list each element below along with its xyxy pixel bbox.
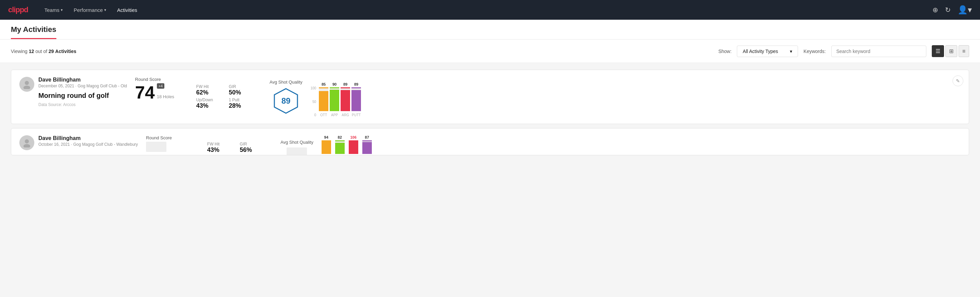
player-info-1: Dave Billingham December 05, 2021 · Gog … xyxy=(38,77,127,107)
activities-list: ✎ Dave Billingham December 05, 2021 · Go… xyxy=(0,63,980,162)
svg-point-3 xyxy=(25,139,29,144)
navbar-right-actions: ⊕ ↻ 👤▾ xyxy=(932,5,972,14)
bar-putt-2: 87 PUTT xyxy=(362,135,372,155)
fw-hit-label-1: FW Hit xyxy=(196,84,223,89)
refresh-icon[interactable]: ↻ xyxy=(945,6,951,14)
gir-stat-1: GIR 50% xyxy=(229,84,256,96)
score-value-1: 74 xyxy=(135,84,155,101)
gir-value-1: 50% xyxy=(229,89,256,96)
round-score-block-2: Round Score xyxy=(146,135,194,152)
nav-item-activities[interactable]: Activities xyxy=(117,7,137,13)
round-score-label-1: Round Score xyxy=(135,77,183,82)
score-holes-1: 18 Holes xyxy=(157,94,174,99)
nav-label-performance: Performance xyxy=(74,7,103,13)
avatar-2 xyxy=(19,135,34,150)
view-list-compact-button[interactable]: ☰ xyxy=(932,45,944,57)
keywords-label: Keywords: xyxy=(803,49,826,54)
y-axis-1: 100 50 0 xyxy=(310,86,316,117)
hexagon-container-2: Avg Shot Quality xyxy=(280,140,313,156)
gir-label-2: GIR xyxy=(240,142,267,147)
add-icon[interactable]: ⊕ xyxy=(932,6,938,14)
nav-item-teams[interactable]: Teams ▾ xyxy=(45,7,63,13)
activity-card-2: Dave Billingham October 16, 2021 · Gog M… xyxy=(11,128,969,155)
fw-hit-label-2: FW Hit xyxy=(207,142,234,147)
player-info-2: Dave Billingham October 16, 2021 · Gog M… xyxy=(38,135,138,147)
score-badge-1: +4 xyxy=(157,83,165,89)
svg-point-4 xyxy=(24,144,30,147)
nav-label-activities: Activities xyxy=(117,7,137,13)
filter-bar: Viewing 12 out of 29 Activities Show: Al… xyxy=(0,40,980,63)
search-input[interactable] xyxy=(831,46,926,57)
navbar: clippd Teams ▾ Performance ▾ Activities … xyxy=(0,0,980,20)
activity-type-value: All Activity Types xyxy=(743,49,778,54)
fw-hit-stat-2: FW Hit 43% xyxy=(207,142,234,153)
fw-gir-block-2: FW Hit 43% GIR 56% xyxy=(207,142,267,153)
gir-value-2: 56% xyxy=(240,147,267,153)
viewing-count: 12 xyxy=(29,49,34,54)
one-putt-stat-1: 1 Putt 28% xyxy=(229,97,256,109)
hexagon-placeholder-2 xyxy=(286,147,307,156)
player-date-2: October 16, 2021 · Gog Magog Golf Club -… xyxy=(38,142,138,147)
stats-section-1: Round Score 74 +4 18 Holes FW Hit 62% GI… xyxy=(135,77,961,117)
bar-arg-1: 89 ARG xyxy=(340,82,350,117)
up-down-stat-1: Up/Down 43% xyxy=(196,97,223,109)
player-section-2: Dave Billingham October 16, 2021 · Gog M… xyxy=(19,135,138,150)
data-source-1: Data Source: Arccos xyxy=(38,102,127,107)
viewing-text: Viewing 12 out of 29 Activities xyxy=(11,49,713,54)
logo[interactable]: clippd xyxy=(8,5,28,14)
edit-button-1[interactable]: ✎ xyxy=(953,75,963,86)
show-label: Show: xyxy=(718,49,732,54)
hexagon-value-1: 89 xyxy=(282,96,291,106)
score-main-1: 74 +4 18 Holes xyxy=(135,83,183,101)
score-placeholder-2 xyxy=(146,142,166,152)
one-putt-value-1: 28% xyxy=(229,102,256,109)
user-avatar[interactable]: 👤▾ xyxy=(958,5,972,14)
player-name-1: Dave Billingham xyxy=(38,77,127,83)
bar-app-1: 90 APP xyxy=(330,82,339,117)
bar-fill-arg-1 xyxy=(340,90,350,111)
bar-fill-putt-1 xyxy=(352,90,361,111)
page-title: My Activities xyxy=(11,25,56,39)
activity-type-dropdown[interactable]: All Activity Types ▾ xyxy=(737,46,798,57)
bar-fill-ott-1 xyxy=(319,91,328,112)
view-grid-button[interactable]: ⊞ xyxy=(945,45,957,57)
viewing-total: 29 xyxy=(49,49,54,54)
hexagon-container-1: Avg Shot Quality 89 xyxy=(270,80,302,115)
round-score-label-2: Round Score xyxy=(146,135,194,141)
nav-label-teams: Teams xyxy=(45,7,59,13)
viewing-label: Activities xyxy=(55,49,76,54)
fw-gir-block-1: FW Hit 62% GIR 50% Up/Down 43% 1 Putt 28… xyxy=(196,84,256,109)
stats-section-2: Round Score FW Hit 43% GIR 56% Avg Shot … xyxy=(146,135,961,155)
bar-ott-1: 85 OTT xyxy=(319,82,328,117)
view-toggle: ☰ ⊞ ≡ xyxy=(932,45,969,57)
bar-chart-2-preview: 94 OTT 82 APP xyxy=(321,135,372,155)
avatar-1 xyxy=(19,77,34,92)
gir-stat-2: GIR 56% xyxy=(240,142,267,153)
bar-chart-section-1: 100 50 0 85 OTT xyxy=(310,77,361,117)
round-score-block-1: Round Score 74 +4 18 Holes xyxy=(135,77,183,101)
fw-hit-value-2: 43% xyxy=(207,147,234,153)
activity-card-1: ✎ Dave Billingham December 05, 2021 · Go… xyxy=(11,70,969,124)
svg-point-0 xyxy=(25,81,29,85)
player-name-2: Dave Billingham xyxy=(38,135,138,141)
fw-hit-value-1: 62% xyxy=(196,89,223,96)
up-down-value-1: 43% xyxy=(196,102,223,109)
view-list-detail-button[interactable]: ≡ xyxy=(959,45,969,57)
bar-arg-2: 106 ARG xyxy=(349,135,358,155)
gir-label-1: GIR xyxy=(229,84,256,89)
one-putt-label-1: 1 Putt xyxy=(229,97,256,102)
svg-point-1 xyxy=(24,86,30,89)
up-down-label-1: Up/Down xyxy=(196,97,223,102)
page-header: My Activities xyxy=(0,20,980,40)
chevron-down-icon: ▾ xyxy=(61,8,63,12)
quality-label-2: Avg Shot Quality xyxy=(280,140,313,145)
quality-section-1: Avg Shot Quality 89 100 50 xyxy=(270,77,361,117)
player-section-1: Dave Billingham December 05, 2021 · Gog … xyxy=(19,77,127,107)
bar-ott-2: 94 OTT xyxy=(321,135,331,155)
chevron-down-icon: ▾ xyxy=(104,8,106,12)
bar-app-2: 82 APP xyxy=(335,135,345,155)
nav-item-performance[interactable]: Performance ▾ xyxy=(74,7,106,13)
quality-section-2: Avg Shot Quality 94 OTT 82 xyxy=(280,135,372,155)
fw-hit-stat-1: FW Hit 62% xyxy=(196,84,223,96)
hexagon-1: 89 xyxy=(272,87,299,115)
